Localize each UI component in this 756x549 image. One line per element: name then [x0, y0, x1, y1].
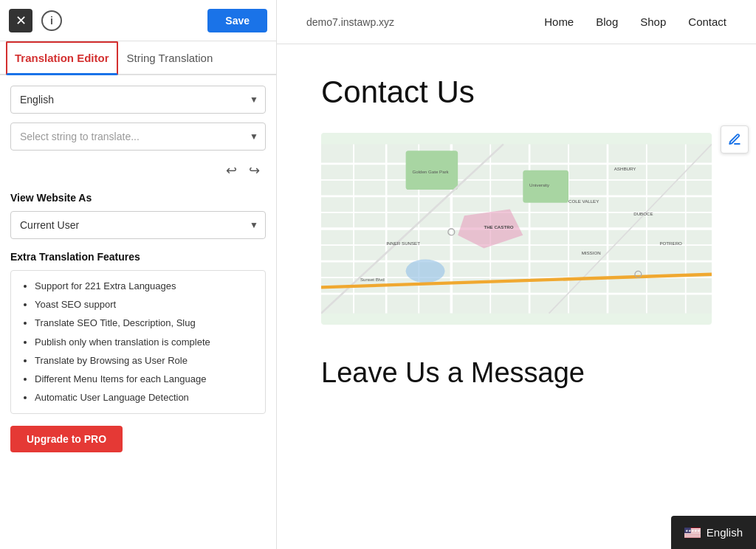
- svg-text:ASHBURY: ASHBURY: [614, 166, 636, 171]
- view-as-value: Current User: [20, 219, 79, 231]
- svg-text:DUBOCE: DUBOCE: [633, 212, 653, 217]
- svg-text:Sunset Blvd: Sunset Blvd: [360, 277, 385, 282]
- svg-text:POTRERO: POTRERO: [659, 241, 682, 246]
- feature-list-item: Different Menu Items for each Language: [35, 373, 255, 386]
- tab-translation-editor[interactable]: Translation Editor: [6, 41, 118, 75]
- language-badge-text: English: [707, 526, 743, 539]
- nav-link-home[interactable]: Home: [544, 15, 574, 28]
- string-select-wrapper: Select string to translate... ▼: [10, 122, 266, 151]
- site-content: Contact Us: [277, 44, 756, 426]
- nav-link-contact[interactable]: Contact: [688, 15, 726, 28]
- string-select-placeholder: Select string to translate...: [20, 131, 140, 142]
- svg-text:Golden Gate Park: Golden Gate Park: [412, 169, 449, 174]
- close-button[interactable]: ✕: [9, 9, 32, 32]
- svg-text:University: University: [529, 182, 550, 187]
- page-title: Contact Us: [321, 74, 712, 111]
- svg-text:THE CASTRO: THE CASTRO: [484, 224, 513, 229]
- svg-rect-45: [684, 536, 701, 537]
- nav-link-shop[interactable]: Shop: [640, 15, 666, 28]
- feature-list-item: Support for 221 Extra Languages: [35, 280, 255, 293]
- language-select-value: English: [20, 94, 54, 106]
- feature-list-item: Automatic User Language Detection: [35, 391, 255, 404]
- top-bar: ✕ i Save: [0, 0, 276, 41]
- back-arrow-button[interactable]: ↩: [223, 159, 240, 182]
- tab-string-translation[interactable]: String Translation: [118, 41, 222, 75]
- panel-body: English ▼ Select string to translate... …: [0, 75, 276, 549]
- site-url: demo7.instawp.xyz: [306, 16, 544, 28]
- language-badge[interactable]: ★★★★★ English: [671, 516, 756, 549]
- features-box: Support for 221 Extra LanguagesYoast SEO…: [10, 270, 266, 414]
- save-button[interactable]: Save: [207, 9, 267, 32]
- site-header: demo7.instawp.xyz HomeBlogShopContact: [277, 0, 756, 44]
- nav-arrows: ↩ ↪: [10, 159, 266, 182]
- upgrade-button[interactable]: Upgrade to PRO: [10, 426, 123, 452]
- feature-list-item: Translate SEO Title, Description, Slug: [35, 317, 255, 330]
- flag-icon: ★★★★★: [684, 528, 701, 538]
- view-as-title: View Website As: [10, 192, 266, 204]
- svg-rect-44: [684, 534, 701, 536]
- view-as-section: View Website As Current User ▼: [10, 192, 266, 239]
- svg-text:COLE VALLEY: COLE VALLEY: [568, 198, 599, 204]
- left-panel: ✕ i Save Translation Editor String Trans…: [0, 0, 277, 549]
- edit-pencil-button[interactable]: [721, 125, 749, 153]
- view-as-select[interactable]: Current User: [10, 211, 266, 239]
- features-list: Support for 221 Extra LanguagesYoast SEO…: [21, 280, 255, 404]
- map-wrapper: Golden Gate Park University THE CASTRO I…: [321, 133, 712, 354]
- extra-features-title: Extra Translation Features: [10, 251, 266, 263]
- extra-features-section: Extra Translation Features Support for 2…: [10, 251, 266, 414]
- feature-list-item: Translate by Browsing as User Role: [35, 354, 255, 367]
- forward-arrow-button[interactable]: ↪: [246, 159, 263, 182]
- section-heading: Leave Us a Message: [321, 357, 712, 389]
- svg-text:MISSION: MISSION: [582, 251, 601, 256]
- right-panel: demo7.instawp.xyz HomeBlogShopContact Co…: [277, 0, 756, 549]
- feature-list-item: Yoast SEO support: [35, 298, 255, 311]
- svg-point-23: [406, 260, 445, 283]
- svg-text:★★★★★: ★★★★★: [685, 528, 701, 533]
- language-select[interactable]: English: [10, 86, 266, 114]
- language-select-wrapper: English ▼: [10, 86, 266, 114]
- view-as-select-wrapper: Current User ▼: [10, 211, 266, 239]
- string-select[interactable]: Select string to translate...: [10, 122, 266, 151]
- site-nav: HomeBlogShopContact: [544, 15, 726, 28]
- map-container: Golden Gate Park University THE CASTRO I…: [321, 133, 712, 325]
- svg-text:INNER SUNSET: INNER SUNSET: [386, 241, 420, 246]
- info-button[interactable]: i: [41, 10, 62, 31]
- tabs-bar: Translation Editor String Translation: [0, 41, 276, 75]
- nav-link-blog[interactable]: Blog: [596, 15, 618, 28]
- feature-list-item: Publish only when translation is complet…: [35, 336, 255, 349]
- svg-rect-43: [684, 533, 701, 534]
